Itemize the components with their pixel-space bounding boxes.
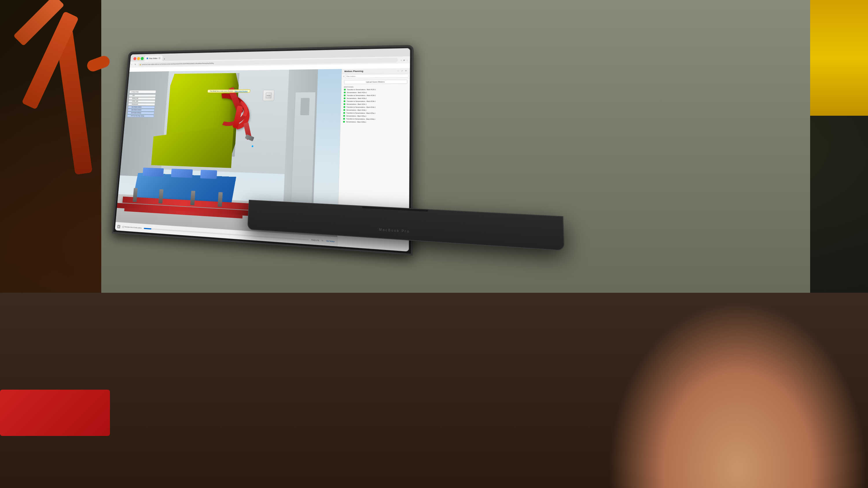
motion-status-dot-6 [343, 106, 345, 108]
tree-label-pd001: 000-PD900-D3N001 [131, 106, 142, 108]
cube-label: FRONT [266, 93, 271, 98]
motion-label-0: Transition to Sensemotions - Mark #G26.1 [347, 89, 407, 91]
motion-status-dot-4 [343, 100, 345, 102]
motion-item-2[interactable]: Transition to Sensemotions - Mark #G3d.1 [343, 94, 408, 97]
tree-item-pd001[interactable]: →→ 000-PD900-D3N001 [128, 106, 155, 108]
motion-status-dot-11 [343, 121, 345, 123]
motion-status-dot-10 [343, 118, 345, 120]
filter-icon: ☰ [343, 75, 344, 77]
reset-view-label: Reset View [132, 91, 138, 93]
tree-label-frt: FRT [132, 95, 135, 96]
tree-item-pd002[interactable]: →→ 000-PD900-D3N002 [128, 109, 155, 111]
motion-label-10: Transition to Sensemotions - Mark #G6b.1 [346, 118, 407, 120]
motion-label-11: Sensemotions - Mark #G5b.1 [346, 121, 407, 124]
tree-item-vypa[interactable]: →→ VYPA_1234 [128, 100, 155, 102]
motion-item-11[interactable]: Sensemotions - Mark #G5b.1 [342, 120, 408, 124]
ready-to-fly-label: Ready to Fly [311, 239, 319, 241]
upload-scene-btn[interactable]: Upload Scene Motions [344, 79, 407, 84]
motion-label-4: Transition to Sensemotions - Mark #G3b.1 [347, 100, 407, 102]
motion-label-8: Transition to Sensemotions - Mark #G5a.1 [346, 112, 407, 114]
notification-banner: This Model has a more recent Revision. O… [208, 89, 250, 93]
play-button[interactable]: ▶ [117, 225, 121, 228]
robot-arm-assembly [202, 87, 267, 152]
settings-btn[interactable]: ⋮ [406, 59, 408, 61]
interpolate-checkbox[interactable]: Interpolate Joint & Gravity options [122, 226, 142, 229]
motion-status-dot-0 [344, 89, 346, 91]
tree-item-environment[interactable]: →→ Environment [128, 103, 155, 106]
machinery-right [810, 0, 868, 116]
notification-text: This Model has a more recent Revision. [210, 90, 234, 92]
filter-input[interactable] [345, 74, 409, 78]
timeline-progress [144, 228, 152, 229]
browser-close-btn[interactable] [133, 57, 136, 60]
tree-label-z04: Z04-PD900-D2N062 [131, 112, 141, 114]
tree-item-viy[interactable]: →→ VIY-Front fold, Rear clamp) [127, 115, 154, 117]
motion-label-2: Transition to Sensemotions - Mark #G3d.1 [347, 95, 407, 96]
click-point-indicator[interactable] [251, 145, 253, 147]
tree-label-pd002: 000-PD900-D3N002 [131, 109, 141, 111]
motion-status-dot-7 [343, 109, 345, 111]
bookmark-btn[interactable]: ☆ [400, 59, 402, 61]
tree-item-z04[interactable]: →→ Z04-PD900-D2N062 [128, 112, 155, 114]
refresh-btn[interactable]: ↻ [134, 63, 136, 65]
robot-arm-left [0, 0, 127, 260]
view-settings-btn[interactable]: View Settings [326, 240, 335, 243]
tree-label-environment: Environment [132, 103, 138, 105]
motion-label-3: Sensemotions - Mark #G3a.1 [347, 97, 407, 99]
tl-label: TL: [321, 240, 323, 241]
motion-item-1[interactable]: Sensemotions - Mark #G2a.1 [343, 91, 408, 94]
metal-support-4 [218, 192, 222, 207]
motion-status-dot-1 [344, 92, 345, 93]
panel-controls: — ⤢ ✕ [397, 69, 407, 72]
panel-collapse-btn[interactable]: — [397, 69, 400, 72]
tree-item-frt[interactable]: →→ FRT [129, 95, 156, 97]
equipment-red [0, 390, 110, 436]
panel-close-btn[interactable]: ✕ [404, 69, 407, 72]
tab-label: Plan Editor [149, 57, 158, 59]
tab-close-btn[interactable] [159, 57, 161, 59]
motion-item-3[interactable]: Sensemotions - Mark #G3a.1 [342, 97, 408, 100]
panel-filter-row: ☰ [342, 73, 410, 79]
forward-btn[interactable]: › [133, 64, 134, 65]
open-latest-revision-link[interactable]: Open Latest Revision [235, 90, 248, 92]
browser-minimize-btn[interactable] [137, 57, 140, 60]
browser-tab-plan-editor[interactable]: Plan Editor [144, 55, 163, 61]
motion-label-5: Sensemotions - Mark #G3c.1 [347, 103, 407, 105]
motion-status-dot-8 [343, 112, 345, 114]
motion-item-0[interactable]: Transition to Sensemotions - Mark #G26.1 [343, 88, 408, 91]
motion-label-1: Sensemotions - Mark #G2a.1 [347, 91, 407, 93]
browser-maximize-btn[interactable] [141, 57, 144, 60]
tree-item-cat[interactable]: →→ DD-03_CAT [129, 97, 155, 100]
back-btn[interactable]: ‹ [131, 64, 132, 65]
address-text: vanhool.eu2.oqton.ai/plan-editor/am-eu2.… [142, 63, 214, 65]
reset-view-btn[interactable]: ↺ Reset View [129, 90, 156, 93]
interpolate-label: Interpolate Joint & Gravity options [124, 226, 142, 229]
motion-status-dot-5 [343, 103, 345, 105]
motion-status-dot-2 [344, 95, 345, 96]
motion-item-4[interactable]: Transition to Sensemotions - Mark #G3b.1 [342, 100, 408, 103]
interpolate-check[interactable] [122, 226, 124, 228]
orientation-cube[interactable]: FRONT [263, 90, 275, 101]
hand-overlay [579, 271, 868, 488]
laptop: Plan Editor + ‹ › ↻ 🔒 vanhool.eu2.oqton.… [112, 45, 413, 255]
tree-label-cat: DD-03_CAT [132, 98, 138, 99]
motion-status-dot-9 [343, 115, 345, 117]
motion-label-9: Sensemotions - Mark #G5a.1 [346, 115, 407, 118]
scene-tree-panel: ↺ Reset View →→ FRT →→ DD-03_CAT →→ VYPA… [126, 89, 157, 118]
macbook-label: MacBook Pro [379, 228, 410, 233]
tree-label-viy: VIY-Front fold, Rear clamp) [131, 115, 144, 117]
browser-chrome: Plan Editor + ‹ › ↻ 🔒 vanhool.eu2.oqton.… [130, 48, 410, 68]
extensions-btn[interactable]: ⊞ [403, 59, 405, 61]
new-tab-btn[interactable]: + [162, 57, 167, 61]
tree-label-vypa: VYPA_1234 [132, 101, 138, 102]
panel-expand-btn[interactable]: ⤢ [401, 69, 404, 72]
motion-status-dot-3 [344, 97, 345, 99]
motion-label-6: Transition to Sensemotions - Mark #G4b.1 [346, 106, 407, 108]
panel-title: Motion Planning [344, 70, 363, 73]
motion-label-7: Sensemotions - Mark #G3b.1 [346, 109, 407, 111]
